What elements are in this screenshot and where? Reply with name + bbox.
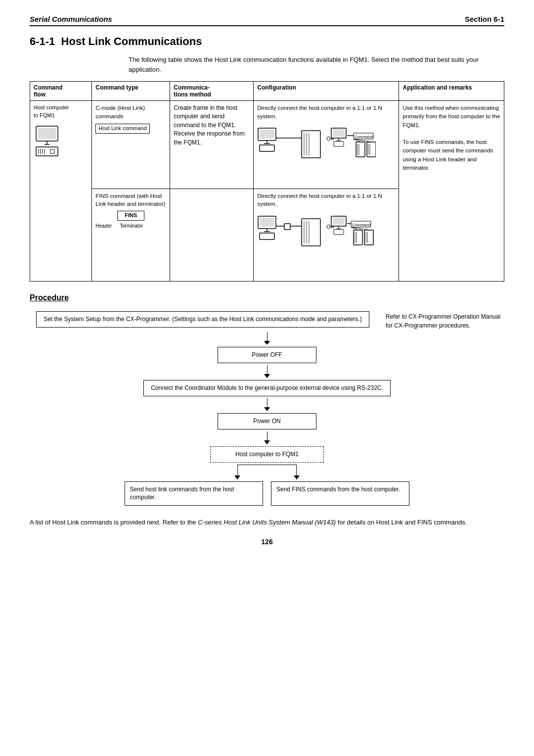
col-header-configuration: Configuration: [254, 82, 399, 101]
header-label: Header: [95, 223, 112, 230]
svg-line-36: [354, 139, 371, 142]
comm-method-cell-2: [170, 189, 254, 282]
svg-text:Command: Command: [352, 223, 370, 227]
svg-rect-1: [38, 128, 56, 139]
arrow-1: [264, 332, 270, 345]
section-heading: 6-1-1 Host Link Communications: [30, 35, 504, 48]
h-connector: [237, 465, 297, 465]
svg-rect-41: [260, 233, 274, 239]
computer-icon-svg: [34, 124, 68, 158]
config-diagram-1: OR Command: [257, 123, 376, 183]
svg-rect-11: [260, 130, 274, 139]
step-4-box: Power ON: [218, 413, 316, 429]
fins-box: FINS: [117, 211, 144, 221]
step-3-box: Connect the Coordinator Module to the ge…: [143, 380, 391, 396]
page: Serial Communications Section 6-1 6-1-1 …: [0, 0, 534, 756]
comm-method-text-1: Create frame in the host computer and se…: [174, 104, 244, 146]
config-diagram-2: OR Command: [257, 211, 376, 276]
svg-text:Command: Command: [355, 135, 373, 139]
flow-diagram: Set the System Setup from the CX-Program…: [30, 311, 504, 506]
bottom-text-italic: C-series Host Link Units System Manual (…: [198, 519, 336, 526]
col-header-comm-method: Communica-tions method: [170, 82, 254, 101]
svg-rect-54: [334, 230, 344, 235]
flow-left: Set the System Setup from the CX-Program…: [30, 311, 504, 506]
step-5-box: Host computer to FQM1: [210, 446, 324, 463]
procedure-heading: Procedure: [30, 293, 504, 302]
step-2-box: Power OFF: [218, 347, 316, 363]
cmd-type-text-1: C-mode (Host Link)commands: [95, 104, 166, 120]
comm-method-cell-1: Create frame in the host computer and se…: [170, 101, 254, 189]
svg-rect-43: [284, 224, 290, 230]
arrow-3: [264, 398, 270, 411]
fins-labels: Header Terminator: [95, 223, 166, 230]
step-1-col: Set the System Setup from the CX-Program…: [30, 311, 376, 328]
table-row-1: Host computerto FQM1: [30, 101, 504, 189]
svg-line-65: [351, 227, 369, 230]
command-flow-cell: Host computerto FQM1: [30, 101, 92, 282]
section-label: Section 6-1: [465, 15, 504, 23]
bottom-text-normal1: A list of Host Link commands is provided…: [30, 519, 198, 526]
col-header-command-flow: Commandflow: [30, 82, 92, 101]
page-header: Serial Communications Section 6-1: [30, 15, 504, 26]
split-connector: [208, 465, 326, 479]
split-box-left: Send host link commands from the host co…: [125, 481, 263, 506]
svg-rect-22: [333, 129, 345, 137]
step-1-row: Set the System Setup from the CX-Program…: [30, 311, 504, 330]
col-header-command-type: Command type: [92, 82, 170, 101]
config-text-1: Directly connect the host computer in a …: [257, 104, 395, 120]
bottom-text: A list of Host Link commands is provided…: [30, 518, 504, 528]
split-box-right: Send FINS commands from the host compute…: [271, 481, 409, 506]
col-header-app-remarks: Application and remarks: [399, 82, 504, 101]
step-1-box: Set the System Setup from the CX-Program…: [36, 311, 369, 328]
arrow-4: [264, 431, 270, 444]
page-number: 126: [30, 538, 504, 546]
left-arrow-head: [234, 475, 240, 479]
command-flow-text: Host computerto FQM1: [34, 104, 88, 120]
svg-rect-14: [260, 145, 274, 151]
config-text-2: Directly connect the host computer in a …: [257, 192, 395, 208]
svg-rect-16: [302, 131, 320, 158]
fins-row: FINS: [95, 211, 166, 221]
app-remarks-cell: Use this method when communicating prima…: [399, 101, 504, 282]
arrow-2: [264, 365, 270, 378]
app-remarks-text: Use this method when communicating prima…: [402, 104, 500, 172]
serial-title: Serial Communications: [30, 15, 112, 23]
config-cell-1: Directly connect the host computer in a …: [254, 101, 399, 189]
terminator-label: Terminator: [120, 223, 143, 230]
host-link-command-box: Host Link command: [95, 124, 149, 134]
svg-rect-38: [260, 218, 274, 227]
cmd-type-text-2: FINS command (with Host Link header and …: [95, 192, 166, 208]
step-1-note: Refer to CX-Programmer Operation Manual …: [376, 311, 504, 330]
svg-rect-25: [334, 142, 344, 146]
svg-rect-51: [333, 217, 345, 225]
flow-split-boxes: Send host link commands from the host co…: [125, 481, 410, 506]
right-arrow-head: [294, 475, 300, 479]
command-type-cell-1: C-mode (Host Link)commands Host Link com…: [92, 101, 170, 189]
config-cell-2: Directly connect the host computer in a …: [254, 189, 399, 282]
communications-table: Commandflow Command type Communica-tions…: [30, 81, 504, 282]
bottom-text-normal2: for details on Host Link and FINS comman…: [336, 519, 467, 526]
svg-rect-45: [302, 219, 320, 246]
intro-text: The following table shows the Host Link …: [129, 55, 504, 74]
command-type-cell-2: FINS command (with Host Link header and …: [92, 189, 170, 282]
